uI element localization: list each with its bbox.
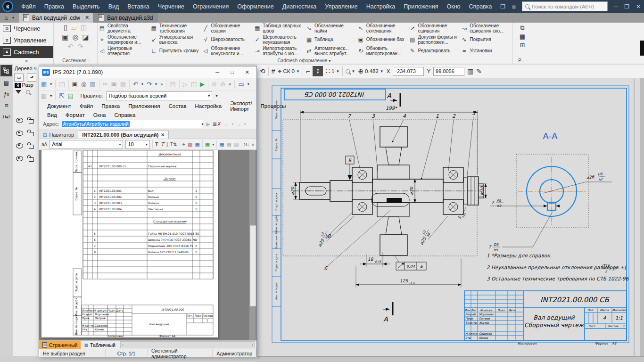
ips-menu-windows[interactable]: Окна [89, 112, 110, 118]
copy-icon[interactable]: ▣ [111, 81, 116, 88]
grid-view-icon[interactable]: ▦ [41, 92, 47, 99]
ips-menu-settings[interactable]: Настройка [191, 103, 226, 109]
menu-file[interactable]: Файл [17, 0, 40, 13]
visibility-eye-icon[interactable] [16, 131, 23, 136]
screen-icon[interactable]: ⧈ [509, 3, 519, 10]
tab-navigator[interactable]: ⊞ Навигатор [39, 131, 78, 139]
save-icon[interactable]: ◫ [59, 81, 65, 88]
menu-settings[interactable]: Настройка [362, 0, 400, 13]
sort-icon[interactable]: Я↓ [244, 142, 249, 147]
drawing-vscrollbar[interactable] [640, 78, 644, 356]
btn-roughness-unspecified[interactable]: ✓Шероховатость неуказанная [254, 34, 304, 45]
select-cursor-icon[interactable]: ⇱ [59, 92, 64, 99]
grid-large-icon[interactable]: ▦ [219, 141, 224, 148]
btn-installations[interactable]: ≍Установки [461, 46, 511, 57]
btn-edit[interactable]: ✎Редактировать [409, 46, 459, 57]
drawing-hscrollbar[interactable] [257, 356, 644, 362]
apply-check-icon[interactable]: ▶ [200, 81, 205, 88]
ips-maximize-button[interactable]: □ [226, 69, 238, 75]
new-doc-icon[interactable]: ▯ [64, 24, 67, 32]
preview-icon[interactable]: ◎ [72, 33, 78, 41]
workstation-icon[interactable]: ▭ [238, 81, 244, 88]
redo-icon[interactable]: ↷ [147, 81, 152, 88]
btn-tech-requirements[interactable]: ▦Технические требования [150, 23, 200, 34]
sections-row[interactable]: 9 Разр [13, 82, 39, 88]
script-icon[interactable]: T⇅ [170, 142, 177, 147]
barcode-icon[interactable]: ▥ [90, 81, 95, 88]
restore-button[interactable]: ❐ [621, 3, 633, 10]
undo-icon[interactable]: ↶ [67, 42, 74, 51]
visibility-eye-icon[interactable] [16, 156, 23, 161]
btn-coatings[interactable]: ∿Покрытия [461, 34, 511, 45]
go-icon[interactable]: ▶ [206, 121, 210, 127]
home-button[interactable]: ⌂ [0, 13, 12, 23]
menu-view[interactable]: Вид [104, 0, 124, 13]
btn-auto-attr[interactable]: ⇄Автоматическ... вынос атрибут... [305, 46, 355, 57]
home-caret-icon[interactable]: ▾ [12, 13, 19, 23]
menu-edit[interactable]: Правка [40, 0, 68, 13]
ribbon-tab-drafting[interactable]: ⊡ Черчение [0, 23, 53, 34]
tab-close-icon[interactable]: ✕ [161, 132, 165, 137]
redo-icon[interactable]: ↷ [77, 42, 83, 51]
collapsed-panel-bar[interactable] [640, 41, 644, 56]
visibility-eye-icon[interactable] [16, 118, 23, 123]
ribbon-tab-management[interactable]: ≣ Управление [0, 34, 53, 46]
print-icon[interactable]: ▣ [62, 33, 68, 41]
ips-menu-format[interactable]: Формат [61, 112, 89, 118]
open-doc-icon[interactable]: ▱ [71, 24, 77, 32]
layer-row[interactable] [13, 152, 39, 165]
ips-document-area[interactable]: Перв. примен. Справ. № Подп. и дата Инв.… [39, 150, 256, 340]
ips-titlebar[interactable]: IPS IPS 2021 (7.0.1.890) ─ □ ✕ [39, 66, 256, 78]
tab-model-a3d[interactable]: Вал ведущий.a3d [94, 13, 157, 23]
y-coordinate-field[interactable]: 99.8056 [433, 67, 464, 76]
report-table-icon[interactable]: ▦ [513, 33, 532, 40]
cut-icon[interactable]: ✂ [103, 81, 108, 88]
parameters-icon[interactable]: ▤ [0, 77, 13, 89]
step-select[interactable]: ∷ 1 ▼ [326, 67, 339, 75]
ortho-icon[interactable]: ⌐ [306, 67, 310, 75]
menu-diagnostics[interactable]: Диагностика [278, 0, 321, 13]
btn-marking[interactable]: ⌖Обозначение маркировки и... [99, 34, 149, 45]
view-tab-table[interactable]: ▦ Табличный [81, 341, 119, 349]
menu-management[interactable]: Управление [321, 0, 362, 13]
block-icon[interactable]: ⊘ [212, 81, 217, 88]
layout-icon[interactable]: ❐ [497, 3, 509, 10]
block2-icon[interactable]: ⊘ [220, 81, 225, 88]
menu-window[interactable]: Окно [442, 0, 464, 13]
visibility-eye-icon[interactable] [16, 143, 23, 148]
btn-tolerances[interactable]: ▧Допуски формы и расположен... [409, 34, 459, 45]
unlock-icon[interactable] [29, 145, 34, 149]
menu-select[interactable]: Выделить [68, 0, 104, 13]
ribbon-collapse-chevron[interactable]: » [0, 58, 53, 63]
btn-center-holes[interactable]: ◁Центровые отверстия [99, 46, 149, 57]
swap-12-icon[interactable]: 1⇆2 [0, 111, 13, 123]
filter-icon[interactable] [16, 90, 21, 94]
spec-vscrollbar[interactable] [249, 150, 256, 340]
forward-icon[interactable]: → [236, 121, 241, 127]
ips-menu-document[interactable]: Документ [43, 103, 75, 109]
unlock-icon[interactable] [29, 132, 34, 136]
start-process-icon[interactable]: ▷ [183, 81, 188, 88]
table-icon[interactable]: ▦ [195, 141, 199, 148]
table-refresh-icon[interactable]: ⊞ [513, 41, 532, 49]
tree-btn-pointer[interactable]: ⬏ [27, 74, 36, 82]
ips-menu-edit[interactable]: Правка [97, 103, 124, 109]
grid-icon[interactable]: # [272, 67, 275, 75]
clear-list-icon[interactable]: ≣✗ [213, 121, 221, 127]
start-doc-icon[interactable]: ◫ [191, 81, 197, 88]
btn-staple-symbol[interactable]: ↝Обозначение сшивания ско... [461, 23, 511, 34]
undo-icon[interactable]: ↶ [133, 81, 138, 88]
btn-datum-symbol[interactable]: ▣Обозначение баз [357, 34, 407, 45]
ips-menu-help[interactable]: Справка [110, 112, 140, 118]
underline-icon[interactable]: I [166, 141, 168, 147]
menu-annotation[interactable]: Оформление [233, 0, 278, 13]
btn-solder-symbol[interactable]: ↘Обозначение пайки [305, 23, 355, 34]
eyedropper-icon[interactable]: ✎ [476, 67, 482, 75]
toolbar-overflow-icon[interactable]: » [251, 142, 254, 147]
unlock-icon[interactable] [29, 119, 34, 123]
tab-close-icon[interactable]: ✕ [83, 15, 89, 21]
ips-menu-composition[interactable]: Состав [164, 103, 190, 109]
tree-search-icon[interactable] [26, 90, 30, 94]
command-search-input[interactable]: Поиск по командам (Alt+/) [522, 1, 608, 11]
tree-panel-icon[interactable] [0, 65, 12, 76]
